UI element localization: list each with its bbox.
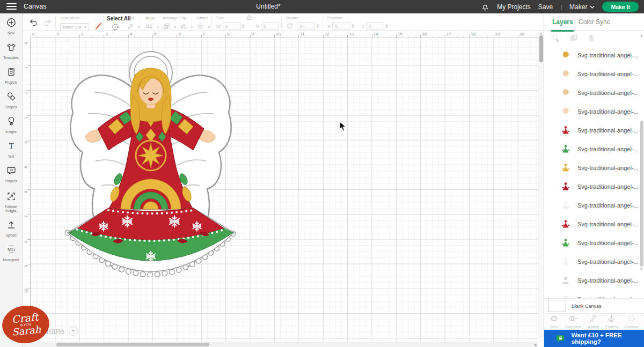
- sidebar-item-upload[interactable]: Upload: [0, 216, 22, 240]
- tab-layers[interactable]: Layers: [552, 18, 573, 26]
- canvas-horizontal-scrollbar[interactable]: ▶: [23, 342, 538, 347]
- save-link[interactable]: Save: [538, 3, 553, 11]
- flip-icon[interactable]: [179, 23, 187, 30]
- offset-icon[interactable]: [196, 23, 204, 30]
- design-canvas[interactable]: 01234567891011121314151617181920 0123456…: [23, 31, 538, 342]
- layer-label: Svg-traditional-angel-...: [577, 202, 639, 209]
- lock-icon[interactable]: [246, 14, 252, 20]
- offset-group[interactable]: Offset ▾: [196, 16, 210, 31]
- trash-icon[interactable]: [587, 34, 596, 42]
- layers-scroll-up-arrow[interactable]: ▲: [640, 34, 643, 37]
- ruler-tick-label: 0: [32, 32, 34, 36]
- layer-row[interactable]: Svg-traditional-angel-...: [544, 177, 644, 196]
- canvas-vertical-scrollbar[interactable]: ▲: [538, 31, 544, 342]
- rotate-icon[interactable]: [286, 23, 293, 29]
- editable-images-icon: [6, 191, 17, 202]
- layers-scroll-down-arrow[interactable]: ▼: [640, 268, 643, 271]
- width-input[interactable]: 0: [223, 22, 241, 30]
- hamburger-menu-icon[interactable]: [6, 3, 17, 10]
- make-it-button[interactable]: Make It: [602, 2, 639, 12]
- align-icon[interactable]: [145, 23, 153, 30]
- undo-icon[interactable]: [29, 19, 38, 27]
- layer-row[interactable]: Svg-traditional-angel-...: [544, 139, 644, 158]
- contour-button[interactable]: Contour: [624, 315, 639, 329]
- slice-button[interactable]: Slice: [550, 315, 559, 329]
- linetype-pen-icon[interactable]: [94, 22, 103, 30]
- blank-canvas-label: Blank Canvas: [572, 304, 602, 309]
- operation-select[interactable]: Basic Cut ▾: [60, 23, 89, 32]
- scroll-right-arrow[interactable]: ▶: [535, 343, 537, 346]
- sidebar-item-projects[interactable]: Projects: [0, 63, 22, 87]
- sidebar-item-images[interactable]: Images: [0, 112, 22, 137]
- my-projects-link[interactable]: My Projects: [497, 3, 531, 11]
- sidebar-item-text[interactable]: T Text: [0, 137, 22, 161]
- ruler-tick-label: 12: [325, 32, 330, 36]
- layer-row[interactable]: Svg-traditional-angel-...: [544, 290, 644, 298]
- promo-banner[interactable]: Want £10 + FREE shipping?: [544, 330, 644, 347]
- layer-row[interactable]: Svg-traditional-angel-...: [544, 233, 644, 252]
- rotate-input[interactable]: 0: [297, 22, 315, 30]
- scroll-up-arrow[interactable]: ▲: [539, 32, 543, 35]
- height-axis-label: H: [255, 24, 259, 29]
- operation-group: Operation Basic Cut ▾: [60, 16, 103, 32]
- flatten-button[interactable]: Flatten: [605, 315, 618, 329]
- blank-canvas-row[interactable]: Blank Canvas: [544, 298, 644, 313]
- layer-actions-bar: Slice Combine Attach Flatten Contour: [544, 313, 644, 330]
- zoom-in-button[interactable]: +: [69, 327, 78, 336]
- select-all-icon[interactable]: [111, 23, 119, 31]
- notifications-bell-icon[interactable]: [481, 3, 489, 11]
- machine-selector[interactable]: Maker: [569, 3, 595, 11]
- ruler-tick-label: 1: [56, 32, 58, 36]
- vertical-scrollbar-thumb[interactable]: [539, 35, 543, 62]
- layer-row[interactable]: Svg-traditional-angel-...: [544, 83, 644, 102]
- y-stepper[interactable]: ▲▼: [385, 24, 388, 28]
- toolbar-divider: [103, 16, 104, 28]
- layer-row[interactable]: Svg-traditional-angel-...: [544, 121, 644, 139]
- horizontal-scrollbar-thumb[interactable]: [56, 343, 209, 346]
- sidebar-item-editable-images[interactable]: Editable Images: [0, 186, 22, 216]
- edit-pencil-icon[interactable]: [127, 23, 134, 30]
- layer-thumbnail: [560, 87, 571, 98]
- x-position-input[interactable]: 0: [332, 22, 350, 30]
- angel-design-object[interactable]: [63, 46, 237, 277]
- slice-icon: [550, 315, 559, 322]
- sidebar-item-shapes[interactable]: Shapes: [0, 87, 22, 112]
- flip-group[interactable]: Flip ▾: [179, 16, 193, 31]
- sidebar-item-phrases[interactable]: Phrases: [0, 161, 22, 186]
- y-position-input[interactable]: 0: [366, 22, 384, 30]
- height-input[interactable]: 0: [261, 22, 279, 30]
- layer-row[interactable]: Svg-traditional-angel-...: [544, 215, 644, 233]
- layer-row[interactable]: Svg-traditional-angel-...: [544, 102, 644, 121]
- balloon-icon: [6, 116, 17, 127]
- edit-group[interactable]: Edit ▾: [127, 16, 140, 31]
- size-group: Size W0▲▼ H0▲▼: [216, 16, 283, 31]
- tab-color-sync[interactable]: Color Sync: [579, 18, 610, 26]
- combine-button[interactable]: Combine: [565, 315, 581, 329]
- align-group[interactable]: Align ▾: [145, 16, 159, 31]
- select-layers-icon[interactable]: [552, 34, 560, 42]
- sidebar-item-templates[interactable]: Templates: [0, 38, 22, 63]
- arrange-group[interactable]: Arrange ▾: [163, 16, 178, 31]
- layer-row[interactable]: Svg-traditional-angel-...: [544, 252, 644, 271]
- redo-icon[interactable]: [43, 19, 52, 27]
- width-stepper[interactable]: ▲▼: [242, 24, 245, 28]
- layers-scrollbar-thumb[interactable]: [640, 121, 643, 267]
- rotate-stepper[interactable]: ▲▼: [316, 24, 319, 28]
- ruler-tick-label: 6: [178, 32, 180, 36]
- layer-row[interactable]: Svg-traditional-angel-...: [544, 158, 644, 177]
- attach-button[interactable]: Attach: [588, 315, 599, 329]
- arrange-icon[interactable]: [163, 23, 171, 30]
- duplicate-icon[interactable]: [569, 34, 578, 42]
- document-title[interactable]: Untitled*: [236, 3, 301, 10]
- x-stepper[interactable]: ▲▼: [352, 24, 354, 28]
- layer-row[interactable]: Svg-traditional-angel-...: [544, 196, 644, 215]
- layer-thumbnail: [560, 238, 571, 248]
- layer-row[interactable]: Svg-traditional-angel-...: [544, 64, 644, 83]
- sidebar-item-new[interactable]: New: [0, 13, 22, 38]
- layer-row[interactable]: Svg-traditional-angel-...: [544, 46, 644, 64]
- layer-row[interactable]: Svg-traditional-angel-...: [544, 271, 644, 290]
- chevron-down-icon: [590, 5, 595, 9]
- sidebar-item-monogram[interactable]: MG Monogram: [0, 240, 22, 265]
- layer-thumbnail: [560, 294, 571, 299]
- ruler-tick-label: 17: [447, 32, 451, 36]
